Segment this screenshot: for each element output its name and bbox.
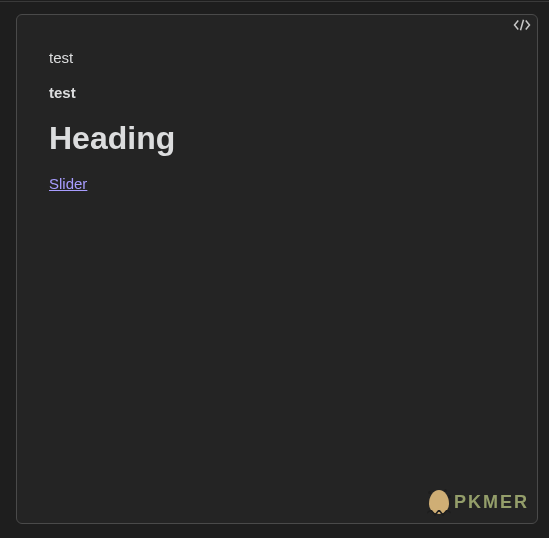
paragraph-text: test [49, 49, 505, 66]
bold-text: test [49, 84, 505, 101]
internal-link[interactable]: Slider [49, 175, 87, 192]
editor-frame: test test Heading Slider PKMER [0, 1, 549, 524]
watermark-text: PKMER [454, 492, 529, 513]
preview-panel: test test Heading Slider PKMER [16, 14, 538, 524]
rendered-content: test test Heading Slider [17, 15, 537, 213]
code-icon [513, 18, 531, 36]
toggle-source-button[interactable] [513, 19, 531, 35]
heading-1: Heading [49, 119, 505, 157]
pkmer-logo-icon [428, 489, 450, 515]
watermark: PKMER [428, 489, 529, 515]
svg-line-0 [521, 20, 524, 31]
